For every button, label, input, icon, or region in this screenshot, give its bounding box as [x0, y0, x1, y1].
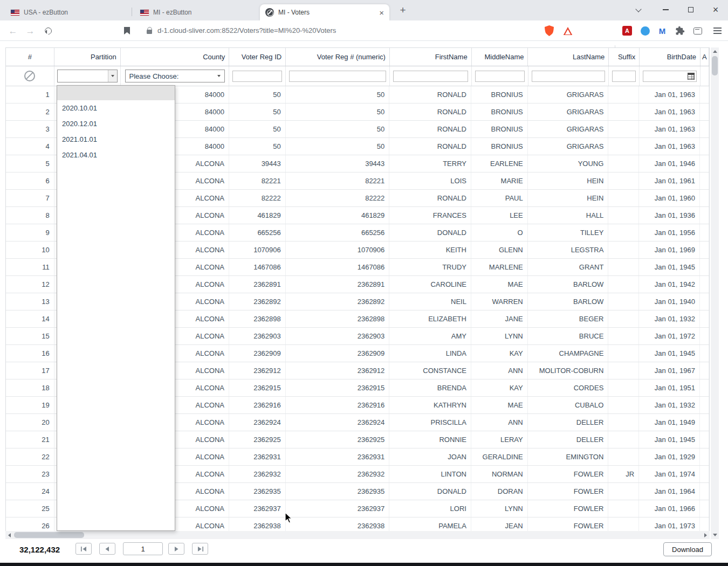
lastname-filter-input[interactable]: [532, 71, 606, 82]
table-cell: [608, 431, 639, 448]
table-cell: HEIN: [528, 172, 609, 189]
table-cell: FOWLER: [528, 500, 609, 517]
table-cell: [608, 483, 639, 500]
voter-reg-num-filter-input[interactable]: [289, 71, 386, 82]
table-cell: [700, 190, 709, 206]
total-record-count: 32,122,432: [19, 545, 60, 554]
combobox-dropdown-button[interactable]: [108, 70, 117, 82]
voter-reg-id-filter-input[interactable]: [232, 71, 282, 82]
column-header[interactable]: LastName: [528, 48, 609, 66]
firstname-filter-input[interactable]: [393, 71, 468, 82]
page-number-input[interactable]: [123, 542, 163, 555]
scroll-down-button[interactable]: [711, 531, 719, 539]
partition-dropdown-list[interactable]: 2020.10.012020.12.012021.01.012021.04.01: [57, 85, 175, 531]
forward-button[interactable]: →: [24, 24, 37, 37]
dropdown-option[interactable]: 2020.10.01: [57, 100, 175, 116]
download-button[interactable]: Download: [663, 542, 712, 556]
forward-arrow-icon: →: [26, 26, 35, 36]
table-cell: Jan 01, 1963: [639, 121, 700, 137]
middlename-filter-input[interactable]: [475, 71, 525, 82]
column-header[interactable]: Voter Reg # (numeric): [286, 48, 390, 66]
table-cell: 2362932: [286, 466, 390, 482]
table-cell: [700, 310, 709, 327]
filter-cell-partition: [54, 66, 121, 86]
table-cell: KAY: [471, 379, 528, 396]
table-cell: 2362891: [229, 276, 286, 293]
column-header[interactable]: Partition: [54, 48, 121, 66]
tab-search-chevron-icon[interactable]: [636, 7, 642, 12]
table-cell: 50: [229, 103, 286, 120]
horizontal-scrollbar[interactable]: [5, 531, 710, 539]
menu-icon[interactable]: [712, 25, 723, 36]
back-button[interactable]: ←: [6, 24, 19, 37]
m-glyph: M: [659, 26, 666, 36]
column-header[interactable]: BirthDate: [640, 48, 700, 66]
column-header[interactable]: County: [121, 48, 230, 66]
column-header[interactable]: #: [6, 48, 54, 66]
horizontal-scroll-thumb[interactable]: [14, 532, 84, 538]
pdf-extension-icon[interactable]: A: [622, 25, 633, 36]
previous-page-icon: [105, 547, 109, 551]
dropdown-option[interactable]: 2020.12.01: [57, 116, 175, 132]
column-header[interactable]: FirstName: [390, 48, 472, 66]
lock-icon[interactable]: [147, 30, 152, 34]
table-cell: [700, 328, 709, 344]
m-extension-icon[interactable]: M: [657, 25, 668, 36]
column-header[interactable]: A: [700, 48, 709, 66]
table-cell: [608, 172, 639, 189]
triangle-right-icon: [704, 533, 707, 537]
new-tab-button[interactable]: +: [396, 3, 410, 17]
tab-close-icon[interactable]: ×: [379, 9, 384, 17]
grid-header-row: #PartitionCountyVoter Reg IDVoter Reg # …: [6, 48, 709, 66]
suffix-filter-input[interactable]: [612, 71, 636, 82]
tab-usa-ezbutton[interactable]: USA - ezButton: [5, 4, 129, 20]
vertical-scrollbar[interactable]: [711, 47, 719, 539]
table-cell: 39443: [229, 155, 286, 172]
calendar-icon[interactable]: [688, 73, 695, 80]
last-page-button[interactable]: [192, 543, 208, 555]
scroll-right-button[interactable]: [702, 531, 710, 539]
scroll-left-button[interactable]: [5, 531, 13, 539]
table-cell: [608, 345, 639, 362]
tab-mi-ezbutton[interactable]: MI - ezButton: [135, 4, 258, 20]
filter-cell-rownum: [6, 66, 54, 86]
table-cell: [700, 466, 709, 482]
dropdown-option[interactable]: [57, 86, 175, 100]
window-minimize-button[interactable]: [657, 2, 674, 18]
scroll-up-button[interactable]: [711, 47, 719, 56]
reload-button[interactable]: [42, 24, 54, 37]
clear-filter-icon[interactable]: [24, 71, 35, 81]
window-maximize-button[interactable]: [683, 2, 699, 18]
table-cell: 2362937: [286, 500, 390, 517]
table-cell: 13: [6, 293, 54, 310]
county-filter-select[interactable]: Please Choose:: [125, 70, 225, 82]
first-page-button[interactable]: [75, 543, 92, 555]
table-cell: Jan 01, 1967: [639, 362, 700, 379]
bookmark-icon[interactable]: [124, 27, 130, 34]
tab-mi-voters[interactable]: MI - Voters ×: [260, 4, 389, 20]
chevron-down-icon: [111, 75, 114, 77]
table-cell: 2362898: [229, 310, 286, 327]
column-header[interactable]: Suffix: [609, 48, 640, 66]
window-close-button[interactable]: ×: [708, 2, 724, 18]
collections-icon[interactable]: [692, 25, 703, 36]
next-page-button[interactable]: [168, 543, 184, 555]
column-header[interactable]: MiddleName: [472, 48, 528, 66]
column-header[interactable]: Voter Reg ID: [229, 48, 286, 66]
extensions-puzzle-icon[interactable]: [675, 25, 685, 36]
url-bar[interactable]: d-1.cloud-sliver.com:8522/Voters?title=M…: [157, 20, 336, 41]
warning-triangle-icon[interactable]: [562, 25, 573, 36]
table-cell: [608, 121, 639, 137]
table-cell: FOWLER: [528, 483, 609, 500]
partition-filter-combobox[interactable]: [57, 70, 118, 82]
table-cell: LEGSTRA: [528, 241, 609, 258]
table-cell: FRANCES: [389, 207, 471, 224]
previous-page-button[interactable]: [99, 543, 115, 555]
table-cell: [608, 414, 639, 431]
dropdown-option[interactable]: 2021.04.01: [57, 147, 175, 163]
blue-extension-icon[interactable]: [640, 25, 650, 36]
table-cell: 2362912: [229, 362, 286, 379]
shield-icon[interactable]: [544, 25, 554, 36]
vertical-scroll-thumb[interactable]: [712, 56, 718, 75]
dropdown-option[interactable]: 2021.01.01: [57, 132, 175, 147]
